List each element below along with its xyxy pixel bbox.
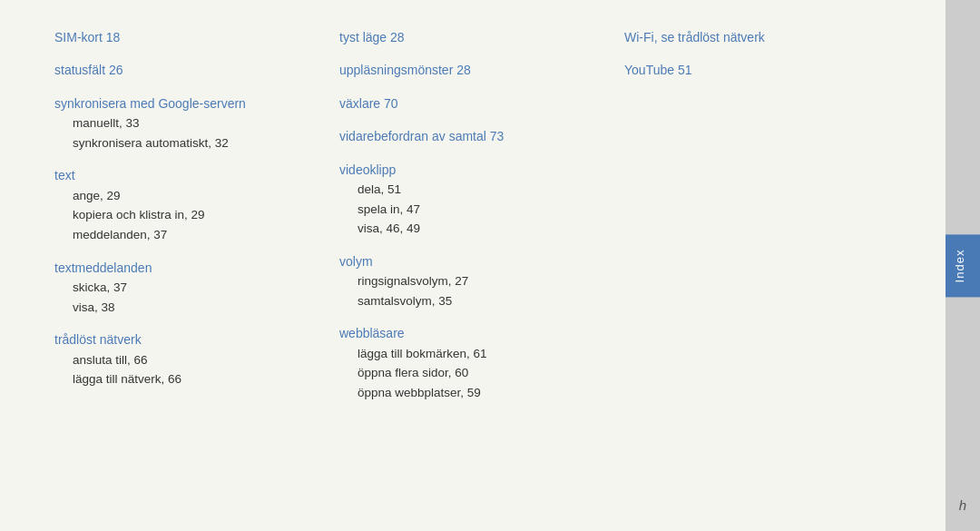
index-heading: tyst läge 28 xyxy=(339,27,624,47)
index-heading: text xyxy=(54,165,339,185)
index-group: statusfält 26 xyxy=(54,60,339,80)
index-heading-link[interactable]: textmeddelanden xyxy=(54,261,152,275)
index-heading: SIM-kort 18 xyxy=(54,27,339,47)
index-group: synkronisera med Google-servernmanuellt,… xyxy=(54,93,339,153)
index-subentry: lägga till nätverk, 66 xyxy=(54,369,339,389)
index-heading: webbläsare xyxy=(339,323,624,343)
index-column-2: tyst läge 28uppläsningsmönster 28växlare… xyxy=(339,27,624,504)
index-heading: trådlöst nätverk xyxy=(54,329,339,349)
index-sidebar: Index h xyxy=(946,0,980,531)
index-subentry: manuellt, 33 xyxy=(54,113,339,133)
index-heading-link[interactable]: tyst läge xyxy=(339,30,387,44)
index-group: textmeddelandenskicka, 37visa, 38 xyxy=(54,258,339,318)
index-heading-link[interactable]: statusfält xyxy=(54,63,105,77)
index-group: vidarebefordran av samtal 73 xyxy=(339,126,624,146)
index-group: uppläsningsmönster 28 xyxy=(339,60,624,80)
index-group: SIM-kort 18 xyxy=(54,27,339,47)
index-subentry: ange, 29 xyxy=(54,186,339,206)
index-group: textange, 29kopiera och klistra in, 29me… xyxy=(54,165,339,244)
index-subentry: kopiera och klistra in, 29 xyxy=(54,205,339,225)
index-group: YouTube 51 xyxy=(624,60,909,80)
index-subentry: ansluta till, 66 xyxy=(54,350,339,370)
index-group: tyst läge 28 xyxy=(339,27,624,47)
index-group: Wi-Fi, se trådlöst nätverk xyxy=(624,27,909,47)
index-heading: vidarebefordran av samtal 73 xyxy=(339,126,624,146)
index-heading-link[interactable]: växlare xyxy=(339,96,380,111)
index-subentry: skicka, 37 xyxy=(54,278,339,298)
index-subentry: spela in, 47 xyxy=(339,200,624,220)
index-heading-link[interactable]: synkronisera med Google-servern xyxy=(54,96,246,111)
index-heading-link[interactable]: webbläsare xyxy=(339,326,405,340)
index-subentry: lägga till bokmärken, 61 xyxy=(339,344,624,364)
index-subentry: visa, 46, 49 xyxy=(339,219,624,239)
index-subentry: ringsignalsvolym, 27 xyxy=(339,271,624,291)
index-subentry: meddelanden, 37 xyxy=(54,225,339,245)
index-heading-link[interactable]: SIM-kort xyxy=(54,30,103,44)
index-group: trådlöst nätverkansluta till, 66lägga ti… xyxy=(54,329,339,389)
index-heading: YouTube 51 xyxy=(624,60,909,80)
index-subentry: visa, 38 xyxy=(54,298,339,318)
index-subentry: öppna flera sidor, 60 xyxy=(339,363,624,383)
index-group: volymringsignalsvolym, 27samtalsvolym, 3… xyxy=(339,251,624,311)
index-heading-link[interactable]: Wi-Fi, se trådlöst nätverk xyxy=(624,30,765,44)
index-group: webbläsarelägga till bokmärken, 61öppna … xyxy=(339,323,624,402)
index-column-3: Wi-Fi, se trådlöst nätverkYouTube 51 xyxy=(624,27,909,504)
index-heading: volym xyxy=(339,251,624,271)
index-heading-link[interactable]: text xyxy=(54,168,75,182)
sidebar-letter: h xyxy=(959,497,966,513)
index-heading-link[interactable]: volym xyxy=(339,254,373,269)
index-heading-link[interactable]: vidarebefordran av samtal xyxy=(339,129,486,143)
index-heading-link[interactable]: uppläsningsmönster xyxy=(339,63,453,77)
index-heading-link[interactable]: trådlöst nätverk xyxy=(54,332,142,347)
index-heading: videoklipp xyxy=(339,160,624,180)
index-heading: Wi-Fi, se trådlöst nätverk xyxy=(624,27,909,47)
index-group: växlare 70 xyxy=(339,93,624,113)
index-subentry: synkronisera automatiskt, 32 xyxy=(54,133,339,153)
index-subentry: samtalsvolym, 35 xyxy=(339,291,624,311)
index-heading: textmeddelanden xyxy=(54,258,339,278)
index-column-1: SIM-kort 18statusfält 26synkronisera med… xyxy=(54,27,339,504)
index-heading-link[interactable]: YouTube xyxy=(624,63,674,77)
index-tab[interactable]: Index xyxy=(946,234,980,297)
sidebar-tab-label: Index xyxy=(953,249,966,282)
main-content: SIM-kort 18statusfält 26synkronisera med… xyxy=(0,0,946,531)
index-heading-link[interactable]: videoklipp xyxy=(339,162,396,177)
index-heading: växlare 70 xyxy=(339,93,624,113)
index-subentry: öppna webbplatser, 59 xyxy=(339,383,624,403)
index-group: videoklippdela, 51spela in, 47visa, 46, … xyxy=(339,160,624,239)
index-subentry: dela, 51 xyxy=(339,180,624,200)
index-heading: statusfält 26 xyxy=(54,60,339,80)
index-heading: synkronisera med Google-servern xyxy=(54,93,339,113)
index-heading: uppläsningsmönster 28 xyxy=(339,60,624,80)
